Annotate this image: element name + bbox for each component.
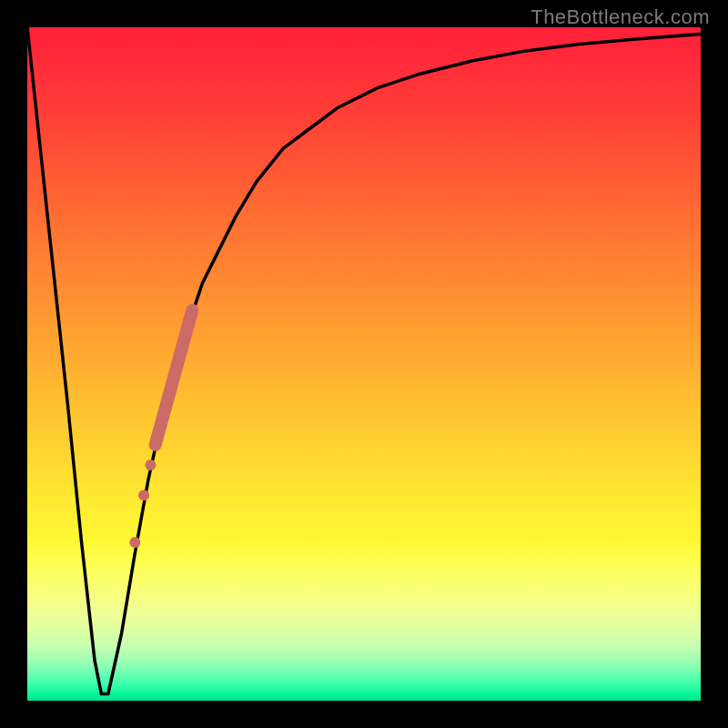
chart-frame: TheBottleneck.com xyxy=(0,0,728,728)
dot-2 xyxy=(138,490,149,500)
watermark-text: TheBottleneck.com xyxy=(531,5,710,29)
bottleneck-curve xyxy=(27,27,701,694)
chart-svg xyxy=(27,27,701,701)
thick-segment xyxy=(156,310,193,445)
data-markers xyxy=(129,310,192,548)
dot-3 xyxy=(129,537,140,548)
curve-path xyxy=(27,27,701,694)
dot-1 xyxy=(145,460,156,470)
plot-area xyxy=(27,27,701,701)
